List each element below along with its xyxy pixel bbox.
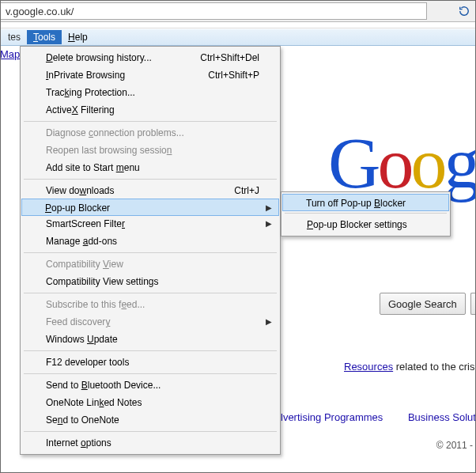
menu-send-bluetooth[interactable]: Send to Bluetooth Device... xyxy=(22,377,278,394)
business-solutions-link[interactable]: Business Soluti xyxy=(408,411,476,423)
menu-tracking-protection[interactable]: Tracking Protection... xyxy=(22,84,278,101)
resources-link[interactable]: Resources xyxy=(344,361,393,373)
menu-smartscreen[interactable]: SmartScreen Filter▶ xyxy=(22,215,278,233)
menu-subscribe-feed: Subscribe to this feed... xyxy=(22,296,278,313)
address-bar: v.google.co.uk/ xyxy=(0,0,476,22)
menu-separator xyxy=(24,431,277,432)
resources-tail: related to the cris xyxy=(393,361,474,373)
menu-separator xyxy=(24,121,277,122)
url-field[interactable]: v.google.co.uk/ xyxy=(0,2,427,20)
copyright-text: © 2011 - xyxy=(436,440,473,451)
menu-internet-options[interactable]: Internet options xyxy=(22,434,278,452)
popup-blocker-submenu: Turn off Pop-up Blocker Pop-up Blocker s… xyxy=(281,191,451,236)
advertising-programmes-link[interactable]: lvertising Programmes xyxy=(281,411,383,423)
menu-tools[interactable]: Tools xyxy=(27,30,62,44)
menu-separator xyxy=(24,350,277,351)
tools-menu: Delete browsing history...Ctrl+Shift+Del… xyxy=(20,46,281,455)
menu-manage-addons[interactable]: Manage add-ons xyxy=(22,233,278,250)
menu-separator xyxy=(24,179,277,180)
menu-compat-view: Compatibility View xyxy=(22,255,278,273)
menu-compat-settings[interactable]: Compatibility View settings xyxy=(22,273,278,290)
refresh-icon[interactable] xyxy=(457,4,471,18)
submenu-turn-off-popup[interactable]: Turn off Pop-up Blocker xyxy=(282,194,449,211)
menu-inprivate[interactable]: InPrivate BrowsingCtrl+Shift+P xyxy=(22,66,278,84)
menu-feed-discovery: Feed discovery▶ xyxy=(22,313,278,331)
footer-links: lvertising Programmes Business Soluti xyxy=(281,411,476,423)
menu-help[interactable]: Help xyxy=(62,30,94,44)
menu-view-downloads[interactable]: View downloadsCtrl+J xyxy=(22,182,278,199)
menu-reopen-session: Reopen last browsing session xyxy=(22,142,278,159)
feeling-lucky-button[interactable] xyxy=(470,293,475,315)
menu-truncated[interactable]: tes xyxy=(2,30,27,44)
submenu-arrow-icon: ▶ xyxy=(266,215,272,233)
submenu-popup-settings[interactable]: Pop-up Blocker settings xyxy=(283,216,448,233)
menu-add-start[interactable]: Add site to Start menu xyxy=(22,159,278,176)
menu-separator xyxy=(24,373,277,374)
menu-popup-blocker[interactable]: Pop-up Blocker▶ xyxy=(21,199,279,216)
menu-onenote-linked[interactable]: OneNote Linked Notes xyxy=(22,394,278,411)
submenu-arrow-icon: ▶ xyxy=(266,199,272,217)
menu-separator xyxy=(24,252,277,253)
maps-link[interactable]: Map xyxy=(0,48,20,60)
menu-separator xyxy=(285,213,447,214)
menu-separator xyxy=(24,293,277,293)
bookmarks-strip xyxy=(0,22,476,28)
menu-activex-filtering[interactable]: ActiveX Filtering xyxy=(22,101,278,119)
submenu-arrow-icon: ▶ xyxy=(266,313,272,331)
menu-diagnose: Diagnose connection problems... xyxy=(22,124,278,142)
url-text: v.google.co.uk/ xyxy=(6,6,74,17)
menu-windows-update[interactable]: Windows Update xyxy=(22,331,278,348)
resources-text: Resources related to the cris xyxy=(344,361,474,373)
menu-delete-history[interactable]: Delete browsing history...Ctrl+Shift+Del xyxy=(22,49,278,66)
google-search-button[interactable]: Google Search xyxy=(380,293,466,315)
menu-f12-tools[interactable]: F12 developer tools xyxy=(22,354,278,371)
menu-send-onenote[interactable]: Send to OneNote xyxy=(22,411,278,429)
menu-bar: tes Tools Help xyxy=(0,28,476,46)
